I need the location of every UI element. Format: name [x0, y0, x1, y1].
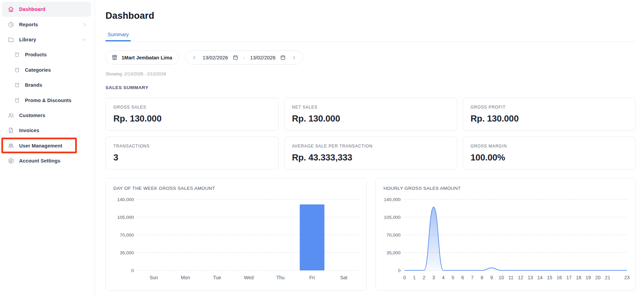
svg-text:15: 15	[547, 275, 552, 280]
stat-label: TRANSACTIONS	[113, 144, 271, 149]
end-date-field[interactable]: 13/02/2026	[250, 55, 286, 60]
svg-text:70,000: 70,000	[387, 232, 401, 238]
svg-text:6: 6	[461, 275, 464, 280]
start-date-field[interactable]: 13/02/2026	[202, 55, 238, 60]
showing-range-text: Showing: 2/13/2026 - 2/13/2026	[106, 72, 166, 76]
tab-summary[interactable]: Summary	[106, 32, 131, 41]
stat-label: NET SALES	[292, 105, 449, 110]
page-title: Dashboard	[106, 11, 154, 21]
svg-text:0: 0	[131, 268, 134, 273]
day-of-week-chart-card: DAY OF THE WEEK GROSS SALES AMOUNT 035,0…	[106, 178, 367, 291]
sidebar: Dashboard Reports Library Products	[0, 0, 95, 296]
svg-text:Wed: Wed	[244, 275, 254, 280]
stat-label: AVERAGE SALE PER TRANSACTION	[292, 144, 449, 149]
svg-text:17: 17	[566, 275, 572, 280]
sidebar-item-dashboard[interactable]: Dashboard	[2, 2, 91, 17]
svg-text:0: 0	[403, 275, 406, 280]
sidebar-item-label: Dashboard	[19, 6, 45, 12]
svg-text:11: 11	[508, 275, 514, 280]
sidebar-item-invoices[interactable]: Invoices	[2, 123, 91, 138]
stat-value: Rp. 130.000	[292, 113, 449, 124]
svg-text:20: 20	[595, 275, 601, 280]
sidebar-item-label: Reports	[19, 22, 38, 27]
tab-bar: Summary	[106, 31, 636, 42]
svg-text:5: 5	[452, 275, 454, 280]
svg-text:0: 0	[398, 268, 401, 273]
stat-label: GROSS SALES	[113, 105, 271, 110]
stat-card-gross-margin: GROSS MARGIN 100.00%	[463, 137, 636, 170]
stat-card-grid: GROSS SALES Rp. 130.000 NET SALES Rp. 13…	[106, 98, 636, 170]
svg-text:19: 19	[586, 275, 591, 280]
svg-text:35,000: 35,000	[387, 250, 401, 255]
svg-text:Sun: Sun	[150, 275, 158, 280]
box-icon	[14, 82, 20, 88]
stat-value: Rp. 130.000	[113, 113, 271, 124]
sidebar-item-label: Brands	[25, 82, 42, 88]
svg-text:21: 21	[605, 275, 611, 280]
box-icon	[14, 67, 20, 73]
sidebar-item-user-management[interactable]: User Management	[2, 138, 91, 153]
sidebar-item-label: User Management	[19, 143, 62, 149]
main-content: Dashboard Summary 1Mart Jembatan Lima 13…	[95, 0, 644, 296]
sidebar-item-label: Categories	[25, 67, 51, 73]
svg-text:Mon: Mon	[181, 275, 190, 280]
sidebar-item-label: Invoices	[19, 128, 39, 133]
svg-text:12: 12	[518, 275, 523, 280]
filter-row: 1Mart Jembatan Lima 13/02/2026 - 13/02/2…	[106, 51, 303, 65]
sidebar-item-label: Products	[25, 52, 47, 57]
chevron-left-icon[interactable]	[192, 55, 197, 60]
date-range-picker: 13/02/2026 - 13/02/2026	[185, 51, 303, 65]
svg-text:16: 16	[557, 275, 562, 280]
charts-row: DAY OF THE WEEK GROSS SALES AMOUNT 035,0…	[106, 178, 636, 291]
svg-text:Thu: Thu	[276, 275, 284, 280]
stat-value: 3	[113, 152, 271, 163]
stat-label: GROSS MARGIN	[471, 144, 628, 149]
svg-text:105,000: 105,000	[117, 215, 134, 220]
sidebar-item-customers[interactable]: Customers	[2, 108, 91, 123]
svg-text:140,000: 140,000	[117, 197, 134, 202]
box-icon	[14, 52, 20, 58]
sidebar-item-promo-discounts[interactable]: Promo & Discounts	[2, 93, 91, 108]
stat-value: Rp. 130.000	[471, 113, 628, 124]
svg-text:Sat: Sat	[340, 275, 347, 280]
calendar-icon	[233, 55, 238, 60]
day-of-week-bar-chart: 035,00070,000105,000140,000SunMonTueWedT…	[106, 194, 366, 291]
home-icon	[8, 6, 14, 13]
svg-text:140,000: 140,000	[384, 197, 401, 202]
sales-summary-heading: SALES SUMMARY	[106, 85, 149, 90]
date-range-separator: -	[243, 55, 245, 60]
sidebar-item-reports[interactable]: Reports	[2, 17, 91, 32]
user-group-icon	[8, 142, 14, 149]
start-date-value: 13/02/2026	[202, 55, 228, 60]
sidebar-item-brands[interactable]: Brands	[2, 77, 91, 93]
sidebar-item-products[interactable]: Products	[2, 47, 91, 62]
svg-text:9: 9	[490, 275, 493, 280]
svg-text:35,000: 35,000	[120, 250, 134, 255]
calendar-icon	[280, 55, 286, 60]
stat-value: Rp. 43.333,333	[292, 152, 449, 163]
end-date-value: 13/02/2026	[250, 55, 276, 60]
svg-text:Fri: Fri	[309, 275, 315, 280]
stat-value: 100.00%	[471, 152, 628, 163]
store-selector[interactable]: 1Mart Jembatan Lima	[106, 51, 179, 65]
stat-card-transactions: TRANSACTIONS 3	[106, 137, 279, 170]
svg-text:10: 10	[499, 275, 504, 280]
svg-text:14: 14	[537, 275, 543, 280]
sidebar-item-library[interactable]: Library	[2, 32, 91, 47]
svg-text:2: 2	[423, 275, 425, 280]
sidebar-item-categories[interactable]: Categories	[2, 62, 91, 77]
sidebar-item-account-settings[interactable]: Account Settings	[2, 153, 91, 168]
chevron-right-icon	[82, 22, 87, 27]
chart-title: HOURLY GROSS SALES AMOUNT	[376, 178, 635, 194]
gear-icon	[8, 157, 14, 164]
sidebar-item-label: Promo & Discounts	[25, 98, 71, 103]
hourly-chart-card: HOURLY GROSS SALES AMOUNT 035,00070,0001…	[376, 178, 636, 291]
chevron-right-icon[interactable]	[291, 55, 297, 60]
stat-label: GROSS PROFIT	[471, 105, 628, 110]
chart-title: DAY OF THE WEEK GROSS SALES AMOUNT	[106, 178, 366, 194]
chevron-down-icon	[82, 37, 87, 42]
svg-text:18: 18	[576, 275, 582, 280]
svg-text:105,000: 105,000	[384, 215, 401, 220]
sidebar-item-label: Account Settings	[19, 158, 60, 164]
svg-text:7: 7	[471, 275, 474, 280]
